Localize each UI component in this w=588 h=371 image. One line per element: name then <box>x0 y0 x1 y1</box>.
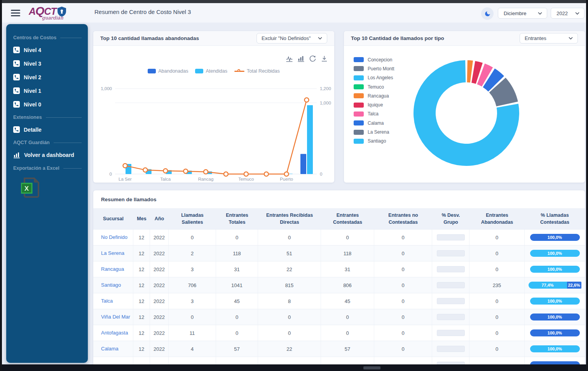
summary-table: SucursalMesAñoLlamadasSalientesEntrantes… <box>93 208 585 371</box>
legend-label: Talca <box>368 111 379 117</box>
exclude-filter-select[interactable]: Excluir "No Definidos" <box>256 33 327 44</box>
table-row-talca: Talca12202234584500100,0% <box>93 293 585 309</box>
abandoned-calls-card-body: AbandonadasAtendidasTotal Recibidas 1,00… <box>93 46 334 182</box>
cell-sucursal[interactable]: Rancagua <box>93 261 133 277</box>
download-icon[interactable] <box>321 55 328 63</box>
sidebar-item-nivel-4[interactable]: Nivel 4 <box>13 47 82 53</box>
cell-sucursal[interactable]: La Serena <box>93 246 133 261</box>
cell-sucursal[interactable]: No Definido <box>93 230 133 245</box>
donut-legend-item-talca[interactable]: Talca <box>354 110 394 118</box>
donut-legend-item-santiago[interactable]: Santiago <box>354 137 394 146</box>
cell-totales: 0 <box>216 309 258 325</box>
cell-abandonadas: 0 <box>469 230 525 245</box>
hamburger-menu-icon[interactable] <box>11 10 20 16</box>
cell-mes: 12 <box>133 325 150 341</box>
svg-text:Puerto: Puerto <box>280 177 293 181</box>
cell-mes: 12 <box>133 293 150 309</box>
cell-sucursal[interactable]: Antofagasta <box>93 325 133 341</box>
table-row-santiago: Santiago1220227061041815806023577,4%22,6… <box>93 277 585 293</box>
cell-desv_grupo <box>432 261 469 277</box>
donut-legend-item-temuco[interactable]: Temuco <box>354 82 394 91</box>
summary-table-card: Resumen de llamados SucursalMesAñoLlamad… <box>93 190 585 371</box>
refresh-icon[interactable] <box>309 55 316 63</box>
cell-sucursal[interactable]: Talca <box>93 293 133 309</box>
donut-legend: ConcepcionPuerto MonttLos AngelesTemucoR… <box>354 55 394 146</box>
donut-legend-item-rancagua[interactable]: Rancagua <box>354 91 394 100</box>
app-window: Día de inicioDía de términoHora de inici… <box>0 0 588 371</box>
cell-mes: 12 <box>133 230 150 245</box>
cell-recibidas_directas: 8 <box>258 293 321 309</box>
bar-chart-icon[interactable] <box>297 55 305 63</box>
cell-ano: 2022 <box>150 293 169 309</box>
cell-pct: 77,4%22,6% <box>525 277 585 293</box>
legend-swatch <box>354 111 364 117</box>
pct-segment: 100,0% <box>530 298 580 305</box>
legend-item-atendidas[interactable]: Atendidas <box>195 68 227 74</box>
svg-text:0: 0 <box>110 172 112 176</box>
pct-contestadas-bar: 100,0% <box>530 329 580 336</box>
donut-legend-item-la-serena[interactable]: La Serena <box>354 127 394 136</box>
taskbar-hint <box>363 366 380 369</box>
year-select[interactable]: 2022 <box>551 8 585 19</box>
table-row-la-serena: La Serena12202221185111800100,0% <box>93 245 585 261</box>
abandoned-calls-title: Top 10 cantidad llamadas abandonadas <box>100 35 199 41</box>
cell-salientes: 3 <box>169 261 216 277</box>
donut-legend-item-los-angeles[interactable]: Los Angeles <box>354 73 394 82</box>
cell-totales: 0 <box>216 325 258 341</box>
cell-ano: 2022 <box>150 309 169 325</box>
chevron-down-icon <box>575 12 579 15</box>
cell-contestadas: 57 <box>321 341 374 357</box>
svg-text:1,000: 1,000 <box>101 86 112 91</box>
cell-no_contestadas: 0 <box>374 261 432 277</box>
summary-table-title: Resumen de llamados <box>93 190 585 208</box>
legend-item-total-recibidas[interactable]: Total Recibidas <box>234 68 280 74</box>
sidebar-item-label: Nivel 4 <box>24 47 41 53</box>
sidebar-item-nivel-2[interactable]: Nivel 2 <box>13 74 82 80</box>
sidebar-item-volver-a-dashboard[interactable]: Volver a dashboard <box>13 152 82 159</box>
sidebar-item-label: Nivel 3 <box>24 61 41 67</box>
legend-label: Atendidas <box>206 68 227 74</box>
sidebar-item-label: Nivel 0 <box>24 101 41 108</box>
month-select[interactable]: Diciembre <box>498 8 547 19</box>
cell-mes: 12 <box>133 309 150 325</box>
cell-totales: 45 <box>216 293 258 309</box>
phone-icon <box>13 60 20 67</box>
pct-contestadas-bar: 100,0% <box>530 298 580 305</box>
line-chart-icon[interactable] <box>286 55 293 63</box>
excel-export-icon[interactable]: X <box>21 177 82 198</box>
bar-chart-icon <box>13 152 20 159</box>
svg-text:0: 0 <box>320 172 322 176</box>
column-header-entrantes-no-contestadas: Entrantes noContestadas <box>374 208 432 229</box>
legend-swatch <box>234 71 244 72</box>
cell-sucursal[interactable]: Santiago <box>93 277 133 293</box>
svg-text:Talca: Talca <box>160 177 171 181</box>
phone-icon <box>13 87 20 94</box>
pct-contestadas-bar: 100,0% <box>530 250 580 257</box>
chevron-down-icon <box>318 37 322 40</box>
pct-contestadas-bar: 100,0% <box>530 266 580 273</box>
dark-mode-toggle[interactable] <box>481 7 494 20</box>
legend-label: Abandonadas <box>158 68 188 74</box>
sidebar-section-divider <box>54 143 82 143</box>
cell-desv_grupo <box>432 277 469 293</box>
donut-legend-item-iquique[interactable]: Iquique <box>354 100 394 109</box>
sidebar-section-title: Centros de Costos <box>13 35 56 40</box>
call-type-select[interactable]: Entrantes <box>520 33 578 44</box>
sidebar-item-nivel-3[interactable]: Nivel 3 <box>13 60 82 67</box>
sidebar-item-detalle[interactable]: Detalle <box>13 126 82 133</box>
donut-legend-item-calama[interactable]: Calama <box>354 118 394 127</box>
sidebar-item-nivel-0[interactable]: Nivel 0 <box>13 101 82 108</box>
pct-contestadas-bar: 100,0% <box>530 345 580 352</box>
sidebar-item-nivel-1[interactable]: Nivel 1 <box>13 87 82 94</box>
cell-sucursal[interactable]: Viña Del Mar <box>93 309 133 325</box>
logo-text: AQCT <box>29 6 56 16</box>
donut-legend-item-concepcion[interactable]: Concepcion <box>354 55 394 64</box>
donut-legend-item-puerto-montt[interactable]: Puerto Montt <box>354 64 394 73</box>
cell-abandonadas: 0 <box>469 293 525 309</box>
legend-swatch <box>354 139 364 144</box>
cell-sucursal[interactable]: Calama <box>93 341 133 357</box>
desv-grupo-bar <box>437 282 465 288</box>
year-select-value: 2022 <box>557 10 568 16</box>
legend-item-abandonadas[interactable]: Abandonadas <box>148 68 188 74</box>
sidebar-section-exportaci-n-a-excel: Exportación a ExcelX <box>13 165 82 198</box>
